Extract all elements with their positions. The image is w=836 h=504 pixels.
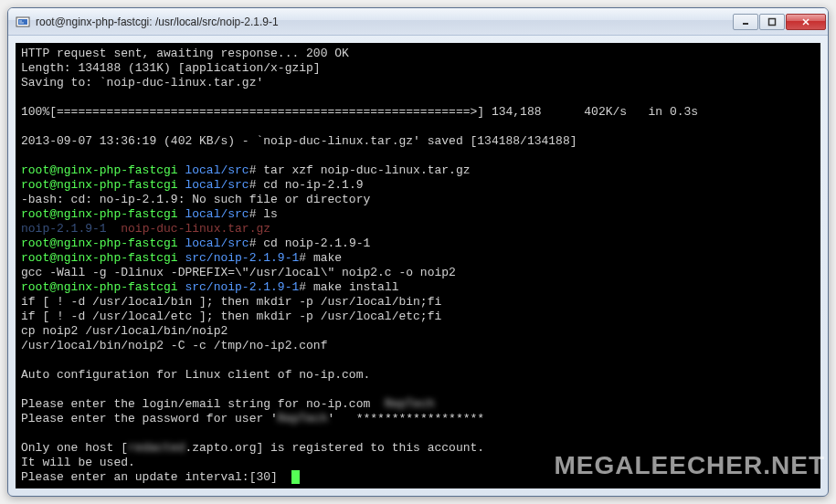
prompt-user: root@nginx-php-fastcgi [21,251,178,265]
prompt-hash: # [249,163,264,177]
prompt-hash: # [249,236,264,250]
prompt-hash: # [249,178,264,192]
output-line: .zapto.org] is registered to this accoun… [185,441,484,455]
output-line: if [ ! -d /usr/local/etc ]; then mkdir -… [21,310,441,323]
output-line: Only one host [ [21,441,128,455]
prompt-user: root@nginx-php-fastcgi [21,163,178,177]
output-line: Length: 134188 (131K) [application/x-gzi… [21,61,321,75]
ls-archive: noip-duc-linux.tar.gz [121,222,270,236]
titlebar[interactable]: root@nginx-php-fastcgi: /usr/local/src/n… [8,8,828,36]
command: make install [313,280,399,294]
output-line: Saving to: `noip-duc-linux.tar.gz' [21,76,263,89]
output-line: gcc -Wall -g -Dlinux -DPREFIX=\"/usr/loc… [21,266,456,279]
prompt-hash: # [299,251,313,265]
prompt-path: local/src [185,178,249,192]
input-prompt: Please enter an update interval:[30] [21,470,291,484]
cursor [291,470,300,484]
prompt-hash: # [299,280,313,294]
command: cd noip-2.1.9-1 [263,236,370,250]
output-line: Auto configuration for Linux client of n… [21,368,370,382]
output-line: if [ ! -d /usr/local/bin ]; then mkdir -… [21,295,441,309]
putty-icon [16,15,30,29]
output-line: 2013-09-07 13:36:19 (402 KB/s) - `noip-d… [21,134,577,148]
output-line: cp noip2 /usr/local/bin/noip2 [21,324,228,338]
command: make [313,251,342,265]
title-buttons [733,14,826,30]
minimize-button[interactable] [733,14,758,30]
output-line: -bash: cd: no-ip-2.1.9: No such file or … [21,193,370,206]
prompt-user: root@nginx-php-fastcgi [21,236,178,250]
prompt-user: root@nginx-php-fastcgi [21,178,178,192]
window-title: root@nginx-php-fastcgi: /usr/local/src/n… [36,16,733,28]
prompt-user: root@nginx-php-fastcgi [21,280,178,294]
command: tar xzf noip-duc-linux.tar.gz [263,163,470,177]
ls-directory: noip-2.1.9-1 [21,222,107,236]
terminal-content[interactable]: HTTP request sent, awaiting response... … [16,43,820,488]
output-line: ' ****************** [327,412,484,425]
prompt-path: local/src [185,207,249,221]
prompt-user: root@nginx-php-fastcgi [21,207,178,221]
command: cd no-ip-2.1.9 [263,178,363,192]
svg-rect-5 [769,18,776,25]
redacted-text: redacted [128,441,185,456]
prompt-hash: # [249,207,264,221]
output-line: 100%[===================================… [21,105,698,119]
output-line: It will be used. [21,456,135,469]
redacted-text: RepTech [385,397,435,412]
prompt-path: local/src [185,236,249,250]
input-prompt: Please enter the password for user ' [21,412,278,425]
prompt-path: src/noip-2.1.9-1 [185,251,299,265]
input-prompt: Please enter the login/email string for … [21,397,385,411]
maximize-button[interactable] [759,14,785,30]
terminal-window: root@nginx-php-fastcgi: /usr/local/src/n… [7,7,829,497]
output-line: HTTP request sent, awaiting response... … [21,47,349,60]
output-line: /usr/local/bin/noip2 -C -c /tmp/no-ip2.c… [21,339,327,352]
prompt-path: src/noip-2.1.9-1 [185,280,299,294]
close-button[interactable] [786,14,826,30]
svg-rect-1 [18,19,27,25]
command: ls [263,207,278,221]
prompt-path: local/src [185,163,249,177]
redacted-text: RepTech [278,412,328,426]
